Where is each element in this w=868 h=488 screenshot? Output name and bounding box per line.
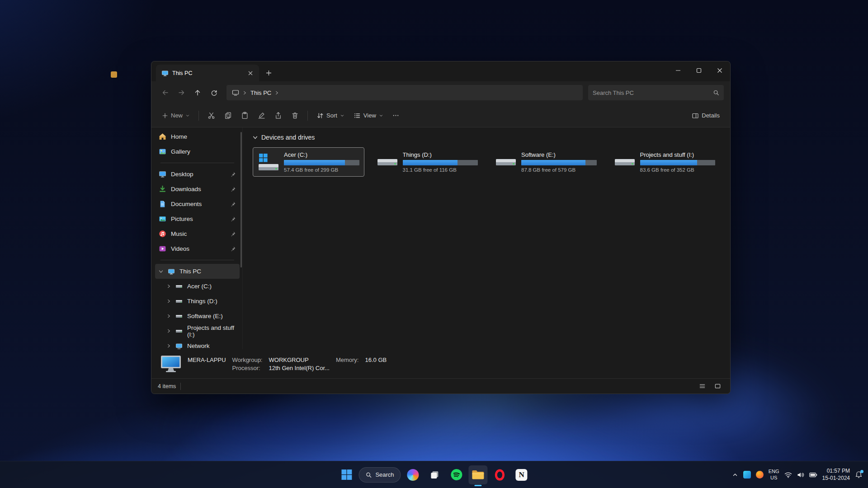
wifi-icon[interactable] — [784, 472, 792, 478]
notifications-bell-icon[interactable] — [855, 471, 863, 479]
drive-tile-projects-i[interactable]: Projects and stuff (I:) 83.6 GB free of … — [609, 147, 721, 177]
sidebar-item-network[interactable]: Network — [155, 338, 240, 349]
sidebar-item-gallery[interactable]: Gallery — [155, 144, 240, 159]
copilot-icon — [407, 469, 419, 481]
sidebar-item-pictures[interactable]: Pictures — [155, 211, 240, 226]
more-options-button[interactable] — [388, 108, 403, 123]
sidebar-item-projects-i[interactable]: Projects and stuff (I:) — [155, 324, 240, 338]
language-line1: ENG — [769, 469, 779, 474]
processor-label: Processor: — [232, 365, 263, 371]
sidebar-item-videos[interactable]: Videos — [155, 241, 240, 256]
breadcrumb-this-pc[interactable]: This PC — [250, 89, 271, 96]
language-line2: US — [769, 475, 779, 481]
this-pc-icon — [168, 268, 175, 275]
window-body: Home Gallery Desktop Downloads — [151, 127, 730, 349]
search-box[interactable] — [588, 85, 724, 100]
delete-button[interactable] — [287, 108, 303, 123]
sidebar-item-desktop[interactable]: Desktop — [155, 167, 240, 182]
tab-this-pc[interactable]: This PC — [156, 65, 259, 81]
file-explorer-button[interactable] — [469, 465, 488, 484]
chevron-right-icon[interactable] — [167, 299, 171, 303]
copy-button[interactable] — [220, 108, 236, 123]
content-area: Devices and drives Acer (C:) 57.4 GB fre… — [243, 127, 730, 349]
sidebar-item-things-d[interactable]: Things (D:) — [155, 294, 240, 309]
chevron-right-icon[interactable] — [167, 344, 171, 348]
taskbar-clock[interactable]: 01:57 PM 15-01-2024 — [822, 468, 850, 482]
sidebar: Home Gallery Desktop Downloads — [151, 127, 243, 349]
sidebar-item-home[interactable]: Home — [155, 129, 240, 144]
maximize-button[interactable] — [689, 61, 709, 80]
close-button[interactable] — [709, 61, 730, 80]
cut-button[interactable] — [203, 108, 219, 123]
tray-app-icon[interactable] — [743, 471, 751, 479]
spotify-button[interactable] — [447, 465, 466, 484]
details-button[interactable]: Details — [688, 108, 724, 123]
desktop-app-button[interactable] — [425, 465, 444, 484]
tab-close-icon[interactable] — [245, 68, 255, 78]
drive-tile-things-d[interactable]: Things (D:) 31.1 GB free of 116 GB — [372, 147, 483, 177]
new-button[interactable]: New — [158, 108, 194, 123]
drive-name: Software (E:) — [521, 151, 597, 158]
paste-button[interactable] — [237, 108, 253, 123]
new-button-label: New — [171, 112, 183, 119]
battery-icon[interactable] — [809, 472, 817, 478]
sidebar-item-label: Videos — [171, 245, 189, 252]
sidebar-item-downloads[interactable]: Downloads — [155, 182, 240, 197]
sidebar-item-music[interactable]: Music — [155, 226, 240, 241]
start-button[interactable] — [337, 465, 356, 484]
copilot-button[interactable] — [404, 465, 423, 484]
minimize-button[interactable] — [668, 61, 689, 80]
language-indicator[interactable]: ENG US — [769, 469, 779, 480]
drive-tile-software-e[interactable]: Software (E:) 87.8 GB free of 579 GB — [490, 147, 602, 177]
desktop-shortcut-icon[interactable] — [111, 71, 117, 78]
sort-button[interactable]: Sort — [312, 108, 349, 123]
sidebar-item-label: Acer (C:) — [187, 283, 212, 290]
windows-stack-icon — [429, 469, 440, 480]
sidebar-divider — [160, 260, 234, 260]
list-view-button[interactable] — [696, 380, 708, 392]
chevron-right-icon[interactable] — [167, 314, 171, 318]
system-drive-icon — [258, 153, 279, 171]
drive-tile-acer-c[interactable]: Acer (C:) 57.4 GB free of 299 GB — [253, 147, 364, 177]
up-button[interactable] — [190, 85, 205, 100]
chevron-down-icon[interactable] — [253, 135, 258, 140]
drive-name: Projects and stuff (I:) — [640, 151, 716, 158]
search-icon[interactable] — [713, 89, 719, 96]
chevron-right-icon[interactable] — [167, 284, 171, 288]
opera-button[interactable] — [491, 465, 509, 484]
volume-icon[interactable] — [797, 472, 804, 478]
sidebar-scrollbar[interactable] — [241, 132, 242, 267]
pin-icon — [230, 246, 236, 252]
share-button[interactable] — [270, 108, 286, 123]
videos-icon — [159, 245, 166, 253]
forward-button[interactable] — [174, 85, 189, 100]
drive-name: Things (D:) — [403, 151, 478, 158]
chevron-up-icon[interactable] — [732, 472, 738, 478]
sidebar-item-software-e[interactable]: Software (E:) — [155, 309, 240, 324]
notion-button[interactable]: N — [512, 465, 531, 484]
sidebar-item-label: Desktop — [171, 171, 193, 178]
refresh-button[interactable] — [207, 85, 221, 100]
chevron-down-icon[interactable] — [159, 269, 163, 274]
address-bar[interactable]: This PC — [226, 85, 583, 100]
sort-button-label: Sort — [326, 112, 337, 119]
sidebar-item-documents[interactable]: Documents — [155, 197, 240, 211]
sidebar-item-acer-c[interactable]: Acer (C:) — [155, 279, 240, 294]
sidebar-item-this-pc[interactable]: This PC — [155, 264, 240, 279]
home-icon — [159, 133, 166, 141]
view-button[interactable]: View — [349, 108, 387, 123]
section-devices-and-drives[interactable]: Devices and drives — [253, 134, 720, 141]
search-input[interactable] — [593, 89, 709, 96]
tray-app-icon[interactable] — [756, 471, 764, 479]
drive-icon — [377, 153, 398, 171]
rename-button[interactable] — [254, 108, 269, 123]
taskbar-search[interactable]: Search — [359, 467, 401, 483]
tab-strip: This PC — [151, 61, 730, 81]
new-tab-button[interactable] — [262, 66, 275, 80]
chevron-right-icon[interactable] — [167, 329, 171, 333]
back-button[interactable] — [158, 85, 172, 100]
toolbar-divider — [307, 111, 308, 121]
memory-value: 16.0 GB — [365, 357, 387, 363]
large-icons-view-button[interactable] — [711, 380, 724, 392]
drive-icon — [175, 283, 183, 290]
